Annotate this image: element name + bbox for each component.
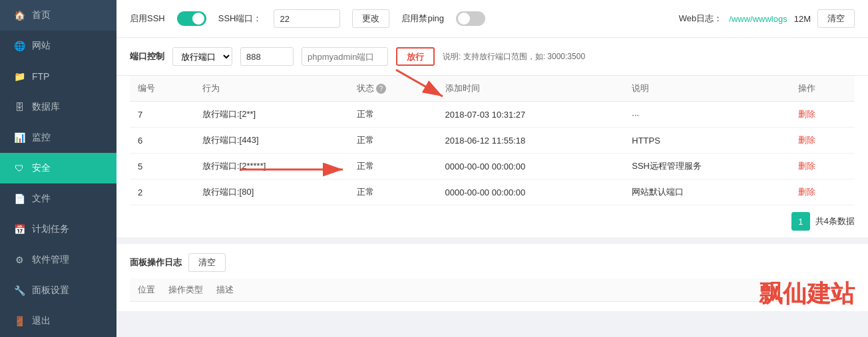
table-row: 2 放行端口:[80] 正常 0000-00-00 00:00:00 网站默认端… bbox=[130, 179, 855, 205]
weblog-info: Web日志： /www/wwwlogs 12M 清空 bbox=[679, 9, 855, 28]
cell-action: 放行端口:[443] bbox=[194, 128, 349, 154]
sidebar-label-monitor: 监控 bbox=[32, 132, 51, 144]
sidebar-item-security[interactable]: 🛡安全 bbox=[0, 153, 116, 183]
delete-btn[interactable]: 删除 bbox=[798, 135, 815, 145]
col-time: 添加时间 bbox=[437, 76, 624, 102]
sidebar-icon-software: ⚙ bbox=[13, 254, 25, 266]
port-type-select[interactable]: 放行端口 禁止端口 bbox=[172, 47, 232, 66]
table-row: 7 放行端口:[2**] 正常 2018-07-03 10:31:27 ··· … bbox=[130, 102, 855, 128]
weblog-clear-btn[interactable]: 清空 bbox=[817, 9, 855, 28]
ping-toggle[interactable] bbox=[456, 11, 485, 26]
sidebar-label-task: 计划任务 bbox=[32, 223, 69, 235]
ssh-port-label: SSH端口： bbox=[218, 13, 262, 25]
sidebar-label-database: 数据库 bbox=[32, 101, 60, 113]
sidebar-label-logout: 退出 bbox=[32, 315, 51, 327]
sidebar: 🏠首页🌐网站📁FTP🗄数据库📊监控🛡安全📄文件📅计划任务⚙软件管理🔧面板设置🚪退… bbox=[0, 0, 116, 337]
sidebar-item-logout[interactable]: 🚪退出 bbox=[0, 306, 116, 336]
port-hint: 说明: 支持放行端口范围，如: 3000:3500 bbox=[443, 51, 585, 62]
sidebar-icon-logout: 🚪 bbox=[13, 315, 25, 327]
col-id: 编号 bbox=[130, 76, 194, 102]
cell-action: 放行端口:[2*****] bbox=[194, 154, 349, 179]
log-table-header: 位置 操作类型 描述 bbox=[130, 279, 855, 302]
ssh-change-btn[interactable]: 更改 bbox=[352, 9, 389, 28]
col-status: 状态 ? bbox=[349, 76, 437, 102]
sidebar-label-ftp: FTP bbox=[32, 71, 49, 82]
cell-time: 2018-07-03 10:31:27 bbox=[437, 102, 624, 128]
ssh-port-input[interactable] bbox=[274, 9, 340, 28]
weblog-size: 12M bbox=[794, 14, 811, 24]
sidebar-label-panel: 面板设置 bbox=[32, 284, 69, 296]
ssh-enable-label: 启用SSH bbox=[130, 13, 165, 25]
cell-note: HTTPS bbox=[624, 128, 790, 154]
table-row: 6 放行端口:[443] 正常 2018-06-12 11:55:18 HTTP… bbox=[130, 128, 855, 154]
cell-op: 删除 bbox=[790, 128, 855, 154]
sidebar-item-home[interactable]: 🏠首页 bbox=[0, 0, 116, 31]
sidebar-item-database[interactable]: 🗄数据库 bbox=[0, 92, 116, 122]
sidebar-item-task[interactable]: 📅计划任务 bbox=[0, 214, 116, 245]
sidebar-icon-task: 📅 bbox=[13, 223, 25, 235]
sidebar-label-home: 首页 bbox=[32, 9, 51, 21]
firewall-table-section: 编号 行为 状态 ? 添加时间 说明 操作 7 放行端口:[2**] 正常 20… bbox=[116, 76, 868, 205]
sidebar-item-file[interactable]: 📄文件 bbox=[0, 183, 116, 214]
sidebar-icon-website: 🌐 bbox=[13, 40, 25, 52]
weblog-path: /www/wwwlogs bbox=[729, 14, 787, 24]
cell-action: 放行端口:[2**] bbox=[194, 102, 349, 128]
port-control-section: 端口控制 放行端口 禁止端口 放行 说明: 支持放行端口范围，如: 3000:3… bbox=[116, 38, 868, 76]
cell-time: 2018-06-12 11:55:18 bbox=[437, 128, 624, 154]
sidebar-icon-database: 🗄 bbox=[13, 101, 25, 113]
cell-note: 网站默认端口 bbox=[624, 179, 790, 205]
delete-btn[interactable]: 删除 bbox=[798, 109, 815, 119]
col-action: 行为 bbox=[194, 76, 349, 102]
log-title: 面板操作日志 bbox=[130, 257, 182, 269]
log-col-type: 操作类型 bbox=[168, 284, 203, 296]
port-allow-btn[interactable]: 放行 bbox=[396, 47, 435, 66]
sidebar-item-software[interactable]: ⚙软件管理 bbox=[0, 245, 116, 275]
weblog-label: Web日志： bbox=[679, 13, 723, 25]
total-text: 共4条数据 bbox=[815, 215, 855, 227]
col-op: 操作 bbox=[790, 76, 855, 102]
delete-btn[interactable]: 删除 bbox=[798, 161, 815, 171]
col-note: 说明 bbox=[624, 76, 790, 102]
cell-id: 7 bbox=[130, 102, 194, 128]
sidebar-icon-ftp: 📁 bbox=[13, 70, 25, 82]
cell-time: 0000-00-00 00:00:00 bbox=[437, 179, 624, 205]
firewall-table: 编号 行为 状态 ? 添加时间 说明 操作 7 放行端口:[2**] 正常 20… bbox=[130, 76, 855, 205]
log-col-desc: 描述 bbox=[216, 284, 234, 296]
cell-status: 正常 bbox=[349, 154, 437, 179]
sidebar-label-software: 软件管理 bbox=[32, 254, 69, 266]
cell-status: 正常 bbox=[349, 179, 437, 205]
sidebar-icon-home: 🏠 bbox=[13, 9, 25, 21]
sidebar-item-monitor[interactable]: 📊监控 bbox=[0, 122, 116, 153]
cell-op: 删除 bbox=[790, 179, 855, 205]
sidebar-item-panel[interactable]: 🔧面板设置 bbox=[0, 275, 116, 306]
sidebar-item-website[interactable]: 🌐网站 bbox=[0, 31, 116, 61]
log-clear-btn[interactable]: 清空 bbox=[188, 253, 226, 272]
sidebar-label-website: 网站 bbox=[32, 40, 51, 52]
sidebar-label-file: 文件 bbox=[32, 193, 51, 205]
table-row: 5 放行端口:[2*****] 正常 0000-00-00 00:00:00 S… bbox=[130, 154, 855, 179]
ssh-section: 启用SSH SSH端口： 更改 启用禁ping Web日志： /www/wwwl… bbox=[116, 0, 868, 38]
cell-status: 正常 bbox=[349, 128, 437, 154]
delete-btn[interactable]: 删除 bbox=[798, 187, 815, 197]
cell-time: 0000-00-00 00:00:00 bbox=[437, 154, 624, 179]
page-1-btn[interactable]: 1 bbox=[791, 212, 810, 231]
port-value-input[interactable] bbox=[240, 47, 294, 66]
main-content: 启用SSH SSH端口： 更改 启用禁ping Web日志： /www/wwwl… bbox=[116, 0, 868, 337]
cell-action: 放行端口:[80] bbox=[194, 179, 349, 205]
cell-op: 删除 bbox=[790, 154, 855, 179]
cell-op: 删除 bbox=[790, 102, 855, 128]
cell-note: SSH远程管理服务 bbox=[624, 154, 790, 179]
sidebar-icon-security: 🛡 bbox=[13, 162, 25, 174]
sidebar-icon-file: 📄 bbox=[13, 193, 25, 205]
cell-id: 5 bbox=[130, 154, 194, 179]
table-header-row: 编号 行为 状态 ? 添加时间 说明 操作 bbox=[130, 76, 855, 102]
sidebar-item-ftp[interactable]: 📁FTP bbox=[0, 61, 116, 92]
sidebar-icon-panel: 🔧 bbox=[13, 284, 25, 296]
phpmyadmin-port-input[interactable] bbox=[302, 47, 388, 66]
status-info-icon[interactable]: ? bbox=[376, 84, 386, 94]
cell-note: ··· bbox=[624, 102, 790, 128]
port-control-label: 端口控制 bbox=[130, 51, 164, 62]
log-col-location: 位置 bbox=[138, 284, 155, 296]
ssh-toggle[interactable] bbox=[177, 11, 206, 26]
cell-id: 2 bbox=[130, 179, 194, 205]
